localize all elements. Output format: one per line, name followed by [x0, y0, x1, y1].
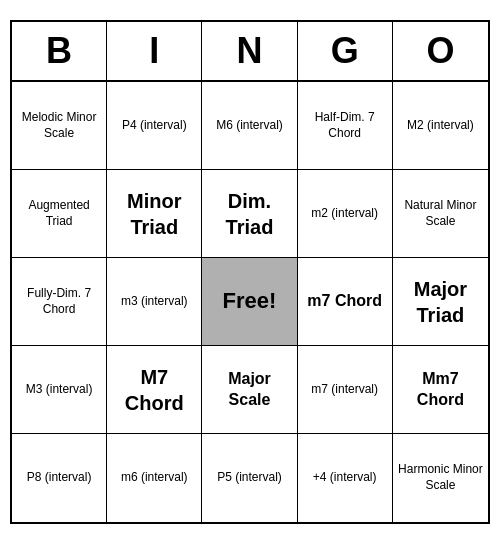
bingo-cell: M7 Chord	[107, 346, 202, 434]
bingo-cell: m6 (interval)	[107, 434, 202, 522]
bingo-cell: Minor Triad	[107, 170, 202, 258]
bingo-cell: M2 (interval)	[393, 82, 488, 170]
bingo-cell: Augmented Triad	[12, 170, 107, 258]
bingo-cell: M3 (interval)	[12, 346, 107, 434]
bingo-cell: Dim. Triad	[202, 170, 297, 258]
bingo-cell: P5 (interval)	[202, 434, 297, 522]
bingo-cell: Major Scale	[202, 346, 297, 434]
header-letter: G	[298, 22, 393, 80]
bingo-cell: Free!	[202, 258, 297, 346]
bingo-cell: M6 (interval)	[202, 82, 297, 170]
bingo-cell: m2 (interval)	[298, 170, 393, 258]
bingo-cell: Half-Dim. 7 Chord	[298, 82, 393, 170]
bingo-cell: m7 Chord	[298, 258, 393, 346]
bingo-cell: P4 (interval)	[107, 82, 202, 170]
bingo-cell: m7 (interval)	[298, 346, 393, 434]
bingo-cell: +4 (interval)	[298, 434, 393, 522]
bingo-header: BINGO	[12, 22, 488, 82]
bingo-cell: Major Triad	[393, 258, 488, 346]
header-letter: B	[12, 22, 107, 80]
bingo-cell: Harmonic Minor Scale	[393, 434, 488, 522]
bingo-grid: Melodic Minor ScaleP4 (interval)M6 (inte…	[12, 82, 488, 522]
bingo-cell: P8 (interval)	[12, 434, 107, 522]
bingo-cell: Fully-Dim. 7 Chord	[12, 258, 107, 346]
bingo-cell: Natural Minor Scale	[393, 170, 488, 258]
header-letter: N	[202, 22, 297, 80]
bingo-card: BINGO Melodic Minor ScaleP4 (interval)M6…	[10, 20, 490, 524]
header-letter: I	[107, 22, 202, 80]
bingo-cell: Melodic Minor Scale	[12, 82, 107, 170]
header-letter: O	[393, 22, 488, 80]
bingo-cell: Mm7 Chord	[393, 346, 488, 434]
bingo-cell: m3 (interval)	[107, 258, 202, 346]
